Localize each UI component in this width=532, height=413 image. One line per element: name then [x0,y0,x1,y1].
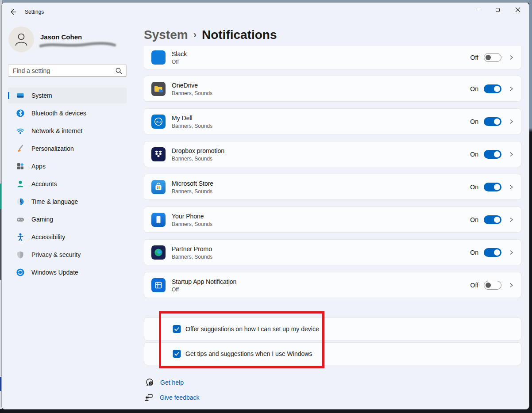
sidebar-item-accessibility[interactable]: Accessibility [8,229,127,245]
give-feedback-link[interactable]: Give feedback [144,393,200,402]
app-row-microsoft-store[interactable]: Microsoft Store Banners, Sounds On [144,174,521,200]
toggle-knob [486,55,491,60]
notification-toggle[interactable] [484,183,501,191]
row-controls: On [470,84,514,93]
svg-text:DELL: DELL [156,120,161,122]
app-row-my-dell[interactable]: DELL My Dell Banners, Sounds On [144,108,521,134]
app-row-slack[interactable]: Slack Off Off [144,46,521,69]
sidebar-item-label: Accounts [31,180,57,187]
toggle-state-label: On [470,249,478,256]
maximize-icon [496,8,500,12]
sidebar-item-time-language[interactable]: Time & language [8,194,127,210]
get-help-link[interactable]: ? Get help [145,378,184,387]
sidebar-item-system[interactable]: System [8,88,127,103]
close-button[interactable] [508,3,528,17]
toggle-state-label: On [470,85,478,92]
window-controls [467,3,528,17]
notification-toggle[interactable] [484,150,501,159]
checkbox-row-tips-suggestions[interactable]: Get tips and suggestions when I use Wind… [144,342,521,365]
app-row-partner-promo[interactable]: Partner Promo Banners, Sounds On [144,239,521,265]
sidebar-item-gaming[interactable]: Gaming [8,211,127,227]
chevron-right-icon [509,86,514,92]
notification-toggle[interactable] [484,117,501,126]
slack-icon [151,50,166,65]
gaming-icon [16,215,25,224]
chevron-right-icon [509,184,514,190]
accessibility-icon [16,233,25,241]
row-controls: On [470,248,514,257]
redacted-email-scribble [38,41,118,51]
app-status: Off [172,59,187,65]
checkbox-label: Get tips and suggestions when I use Wind… [185,350,312,357]
app-row-startup-app-notification[interactable]: Startup App Notification Off Off [144,272,521,298]
get-help-label: Get help [160,379,184,386]
minimize-icon [475,10,479,10]
toggle-state-label: On [470,118,478,125]
toggle-knob [494,86,500,92]
row-controls: On [470,150,514,159]
app-status: Banners, Sounds [172,221,212,227]
app-row-dropbox-promotion[interactable]: Dropbox promotion Banners, Sounds On [144,141,521,167]
sidebar-item-personalization[interactable]: Personalization [8,141,127,157]
sidebar-item-network-internet[interactable]: Network & internet [8,123,127,139]
app-text: Slack Off [172,50,187,65]
sidebar-item-label: Personalization [31,145,74,152]
maximize-button[interactable] [487,3,508,17]
search-input[interactable] [8,65,126,76]
back-arrow-icon [10,8,17,15]
personalization-icon [16,144,25,153]
app-text: Your Phone Banners, Sounds [172,212,212,227]
sidebar-item-privacy-security[interactable]: Privacy & security [8,247,127,263]
toggle-knob [494,151,500,157]
minimize-button[interactable] [467,3,487,17]
search-icon[interactable] [115,67,123,75]
privacy-icon [16,250,25,259]
checkbox-checked-icon[interactable] [173,325,181,333]
sidebar-item-label: Apps [31,163,46,170]
toggle-knob [494,119,500,125]
app-row-onedrive[interactable]: OneDrive Banners, Sounds On [144,76,521,102]
chevron-right-icon [509,119,514,124]
network-icon [16,126,25,135]
toggle-state-label: On [470,184,478,191]
back-button[interactable] [7,6,19,18]
app-text: Microsoft Store Banners, Sounds [172,180,213,194]
time-language-icon [16,197,25,206]
notification-toggle[interactable] [484,248,501,257]
sidebar-item-apps[interactable]: Apps [8,158,127,174]
partner-promo-icon [151,245,166,260]
sidebar-item-accounts[interactable]: Accounts [8,176,127,192]
row-controls: On [470,117,514,126]
svg-text:?: ? [150,382,152,385]
search-box [8,64,127,77]
notification-toggle[interactable] [484,53,501,62]
app-name: Dropbox promotion [172,147,224,154]
onedrive-icon [151,82,166,96]
user-profile[interactable]: Jason Cohen [8,27,132,53]
sidebar-item-bluetooth-devices[interactable]: Bluetooth & devices [8,105,127,121]
checkbox-row-setup-suggestions[interactable]: Offer suggestions on how I can set up my… [144,317,521,340]
app-status: Banners, Sounds [172,188,213,194]
notification-toggle[interactable] [484,281,501,290]
titlebar: Settings [2,3,529,20]
app-text: Partner Promo Banners, Sounds [172,245,212,260]
sidebar-item-label: Privacy & security [31,251,81,258]
settings-window: Settings Jason Cohen [1,2,529,409]
app-name: My Dell [172,114,212,121]
notification-toggle[interactable] [484,84,501,93]
startup-app-icon [151,278,166,292]
chevron-right-icon [509,217,514,222]
chevron-right-icon [509,250,514,255]
checkbox-checked-icon[interactable] [173,350,181,358]
notification-toggle[interactable] [484,215,501,224]
bluetooth-icon [16,109,25,118]
sidebar-item-label: Time & language [31,198,78,205]
windows-update-icon [16,268,25,277]
breadcrumb: System›Notifications [144,28,277,42]
app-status: Banners, Sounds [172,253,212,260]
breadcrumb-parent[interactable]: System [144,28,188,42]
toggle-knob [494,184,500,190]
desktop-bleed-right [529,0,532,413]
app-row-your-phone[interactable]: Your Phone Banners, Sounds On [144,206,521,233]
sidebar-item-windows-update[interactable]: Windows Update [8,264,127,280]
